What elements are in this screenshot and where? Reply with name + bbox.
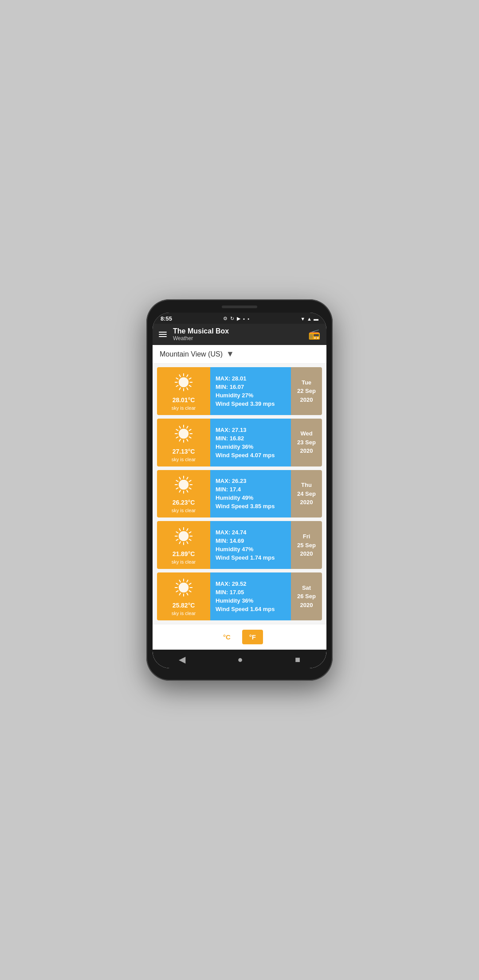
card-details-panel: MAX: 24.74 MIN: 14.69 Humidity 47% Wind … [210, 521, 291, 569]
svg-line-61 [179, 580, 180, 582]
clipboard-icon: ▪ [243, 316, 245, 321]
card-max: MAX: 27.13 [216, 427, 286, 433]
card-sun-panel: 27.13°C sky is clear [157, 419, 210, 466]
svg-point-39 [179, 531, 188, 541]
sync-icon: ↻ [230, 316, 234, 321]
svg-line-2 [189, 385, 191, 386]
svg-line-41 [189, 539, 191, 540]
card-year: 2020 [300, 447, 313, 455]
card-min: MIN: 16.07 [216, 384, 286, 390]
fahrenheit-button[interactable]: °F [242, 630, 263, 644]
location-label: Mountain View (US) [160, 350, 223, 358]
home-button[interactable]: ● [237, 655, 243, 665]
card-description: sky is clear [172, 457, 196, 462]
unit-toggle: °C °F [153, 624, 326, 650]
svg-line-9 [179, 375, 180, 376]
card-max: MAX: 24.74 [216, 529, 286, 536]
svg-line-38 [189, 481, 191, 482]
svg-line-55 [187, 593, 188, 595]
card-max: MAX: 29.52 [216, 580, 286, 587]
location-bar[interactable]: Mountain View (US) ▼ [153, 345, 326, 364]
status-right: ▼ ▲ ▬ [300, 316, 318, 321]
card-min: MIN: 17.05 [216, 589, 286, 596]
toolbar-title: The Musical Box Weather [173, 327, 308, 341]
card-details-panel: MAX: 26.23 MIN: 17.4 Humidity 49% Wind S… [210, 470, 291, 518]
svg-line-60 [176, 583, 178, 584]
svg-line-3 [187, 388, 188, 389]
card-year: 2020 [300, 601, 313, 610]
app-subtitle: Weather [173, 335, 308, 341]
phone-speaker [222, 306, 257, 308]
phone-shell: 8:55 ⚙ ↻ ▶ ▪ • ▼ ▲ ▬ The Musical Box Wea… [146, 299, 333, 681]
weather-card[interactable]: 25.82°C sky is clear MAX: 29.52 MIN: 17.… [157, 572, 322, 620]
menu-icon[interactable] [159, 332, 167, 337]
card-year: 2020 [300, 549, 313, 558]
svg-line-35 [179, 478, 180, 479]
svg-line-28 [189, 488, 191, 489]
card-day: Fri [303, 532, 310, 541]
svg-line-48 [179, 529, 180, 531]
card-date-panel: Tue 22 Sep 2020 [291, 367, 322, 415]
app-name: The Musical Box [173, 327, 308, 335]
card-date: 23 Sep [297, 438, 316, 447]
card-humidity: Humidity 47% [216, 546, 286, 553]
card-humidity: Humidity 36% [216, 443, 286, 450]
svg-line-57 [179, 593, 180, 595]
svg-line-29 [187, 490, 188, 492]
card-sun-panel: 28.01°C sky is clear [157, 367, 210, 415]
weather-card[interactable]: 21.89°C sky is clear MAX: 24.74 MIN: 14.… [157, 521, 322, 569]
weather-card[interactable]: 28.01°C sky is clear MAX: 28.01 MIN: 16.… [157, 367, 322, 415]
svg-point-0 [179, 377, 188, 387]
svg-line-32 [176, 488, 178, 489]
wifi-icon: ▼ [300, 316, 305, 321]
card-wind: Wind Speed 1.74 mps [216, 554, 286, 561]
card-day: Tue [302, 378, 311, 387]
svg-line-45 [176, 539, 178, 540]
card-day: Sat [302, 584, 311, 592]
svg-line-44 [179, 542, 180, 544]
card-date-panel: Sat 26 Sep 2020 [291, 572, 322, 620]
svg-point-26 [179, 480, 188, 490]
phone-screen: 8:55 ⚙ ↻ ▶ ▪ • ▼ ▲ ▬ The Musical Box Wea… [153, 313, 326, 668]
back-button[interactable]: ◀ [179, 654, 185, 665]
svg-line-8 [176, 378, 178, 379]
card-details-panel: MAX: 28.01 MIN: 16.07 Humidity 27% Wind … [210, 367, 291, 415]
weather-card[interactable]: 26.23°C sky is clear MAX: 26.23 MIN: 17.… [157, 470, 322, 518]
card-sun-panel: 26.23°C sky is clear [157, 470, 210, 518]
card-wind: Wind Speed 1.64 mps [216, 606, 286, 612]
weather-card[interactable]: 27.13°C sky is clear MAX: 27.13 MIN: 16.… [157, 419, 322, 466]
card-date-panel: Wed 23 Sep 2020 [291, 419, 322, 466]
svg-line-19 [176, 437, 178, 438]
card-humidity: Humidity 36% [216, 597, 286, 604]
card-max: MAX: 26.23 [216, 478, 286, 484]
status-time: 8:55 [161, 315, 172, 322]
card-temperature: 25.82°C [173, 602, 195, 609]
card-details-panel: MAX: 29.52 MIN: 17.05 Humidity 36% Wind … [210, 572, 291, 620]
card-humidity: Humidity 49% [216, 494, 286, 501]
card-day: Wed [300, 429, 312, 438]
card-min: MIN: 16.82 [216, 435, 286, 442]
svg-line-6 [176, 385, 178, 386]
card-sun-panel: 21.89°C sky is clear [157, 521, 210, 569]
svg-line-37 [187, 478, 188, 479]
dot-icon: • [247, 316, 249, 321]
status-icons: ⚙ ↻ ▶ ▪ • [223, 316, 249, 321]
card-wind: Wind Speed 3.85 mps [216, 503, 286, 510]
svg-line-18 [179, 439, 180, 441]
recent-button[interactable]: ■ [295, 655, 300, 665]
gear-icon: ⚙ [223, 316, 228, 321]
radio-icon[interactable]: 📻 [308, 329, 320, 340]
sun-icon [173, 423, 194, 446]
card-temperature: 27.13°C [173, 448, 195, 455]
svg-line-50 [187, 529, 188, 531]
card-date: 25 Sep [297, 541, 316, 550]
svg-line-21 [176, 429, 178, 430]
svg-line-25 [189, 429, 191, 430]
svg-line-34 [176, 481, 178, 482]
card-description: sky is clear [172, 559, 196, 564]
location-dropdown-icon[interactable]: ▼ [226, 349, 234, 359]
svg-line-63 [187, 580, 188, 582]
celsius-button[interactable]: °C [216, 630, 238, 644]
svg-line-22 [179, 426, 180, 428]
card-wind: Wind Speed 3.39 mps [216, 400, 286, 407]
